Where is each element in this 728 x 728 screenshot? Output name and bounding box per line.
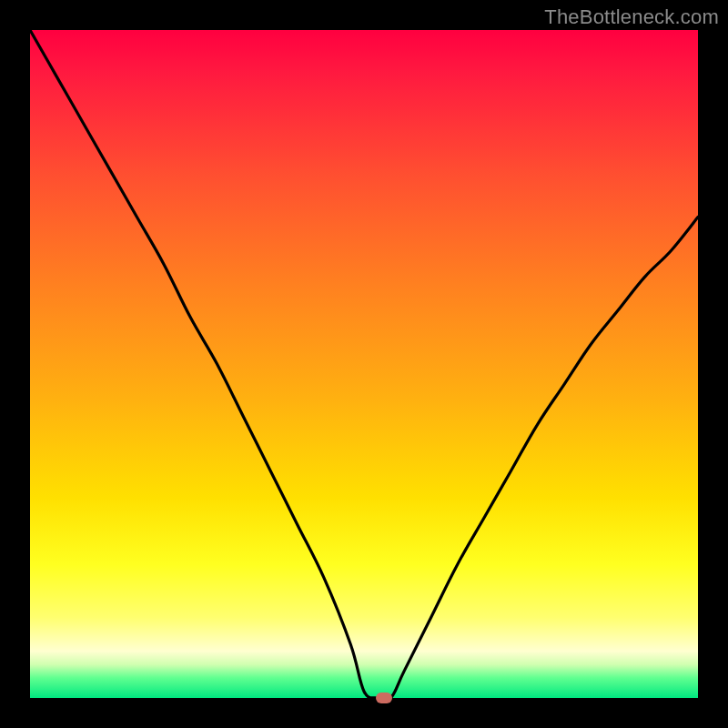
plot-area: [30, 30, 698, 698]
bottleneck-curve: [30, 30, 698, 698]
bottleneck-marker: [376, 693, 392, 703]
chart-frame: TheBottleneck.com: [0, 0, 728, 728]
watermark-text: TheBottleneck.com: [544, 5, 719, 29]
